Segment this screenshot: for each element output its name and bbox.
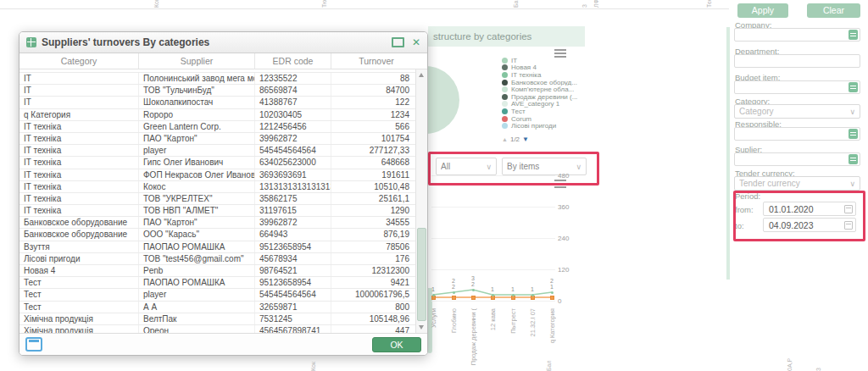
filters-highlight-box: [428, 152, 599, 186]
green-point-marker[interactable]: [472, 289, 475, 291]
tender-currency-select[interactable]: Tender currency ∨: [734, 176, 860, 191]
supplier-input[interactable]: [734, 152, 860, 166]
table-row[interactable]: ITШоколапкипостач41388767122: [19, 97, 415, 108]
table-row[interactable]: ITТОВ "ТульчинБуд"8656987484700: [19, 85, 415, 97]
budget-lookup-icon[interactable]: [849, 82, 858, 92]
legend-dot: [502, 64, 508, 70]
axis-label-fragment: Тес: [706, 0, 713, 8]
line-chart: 01202403604801Услуги22Глобино32Продаж де…: [428, 169, 579, 371]
table-cell: 102030405: [255, 109, 331, 120]
legend-pagination[interactable]: ▲ 1/2 ▼: [502, 136, 529, 143]
legend-item[interactable]: Новая 4: [502, 64, 597, 72]
table-cell: 1290: [331, 205, 415, 216]
table-cell: Green Lantern Corp.: [139, 121, 255, 132]
category-select[interactable]: Category ∨: [734, 104, 860, 119]
supplier-lookup-icon[interactable]: [849, 154, 858, 164]
close-icon[interactable]: ✕: [412, 37, 420, 47]
table-row[interactable]: ВзуттяПАОПАО РОМАШКА9512365895478506: [19, 241, 415, 253]
table-cell: 545454564564: [255, 289, 331, 300]
table-row[interactable]: Новая 4Penb9876452112312300: [19, 265, 415, 277]
legend-page-up-icon[interactable]: ▲: [502, 136, 508, 142]
table-cell: 84700: [331, 85, 415, 96]
legend-item[interactable]: IT техніка: [502, 71, 597, 79]
green-point-marker[interactable]: [531, 294, 534, 296]
responsible-input[interactable]: [734, 127, 860, 141]
table-cell: 648668: [331, 157, 415, 168]
point-value-label: 2: [467, 281, 479, 287]
table-row[interactable]: Банковское оборудованиеПАО "Картон"39962…: [19, 217, 415, 229]
table-cell: ПАОПАО РОМАШКА: [139, 241, 255, 252]
table-row[interactable]: Банковское оборудованиеООО "Карась"66494…: [19, 229, 415, 241]
axis-label-fragment: Кок: [310, 355, 317, 371]
orange-point-marker[interactable]: [452, 296, 456, 300]
table-cell: 876,19: [331, 229, 415, 240]
company-lookup-icon[interactable]: [849, 30, 858, 40]
point-value-label: 2: [448, 278, 459, 284]
responsible-lookup-icon[interactable]: [849, 129, 858, 139]
apply-button[interactable]: Apply: [737, 3, 788, 18]
orange-point-marker[interactable]: [471, 296, 476, 300]
table-body: ITПолонинський завод мега молочн12335522…: [19, 69, 415, 333]
table-cell: 88: [331, 73, 415, 84]
table-row[interactable]: Хімічна продукціяОреон4564567898741447: [19, 325, 415, 333]
export-excel-icon[interactable]: [25, 337, 42, 352]
green-point-marker[interactable]: [512, 294, 515, 296]
legend-item[interactable]: Лісові пригоди: [502, 122, 597, 130]
table-row[interactable]: ТестПАОПАО РОМАШКА951236589549421: [19, 277, 415, 289]
company-input[interactable]: [734, 28, 860, 42]
column-header-turnover[interactable]: Turnover: [331, 53, 427, 69]
dialog-titlebar[interactable]: Suppliers' turnovers By categories ✕: [19, 32, 427, 53]
legend-label: Corum: [511, 115, 531, 123]
table-scrollbar[interactable]: [415, 69, 427, 333]
table-cell: 35862175: [255, 193, 331, 204]
green-point-marker[interactable]: [551, 291, 554, 294]
green-point-marker[interactable]: [432, 294, 435, 296]
table-row[interactable]: IT технікаТОВ НВП "АЛМЕТ"311976151290: [19, 205, 415, 217]
table-row[interactable]: IT технікаГипс Олег Иванович634025623000…: [19, 157, 415, 169]
table-cell: IT: [19, 73, 139, 84]
legend-item[interactable]: IT: [502, 57, 597, 64]
legend-item[interactable]: Банковское оборуд...: [502, 79, 597, 86]
scroll-up-icon[interactable]: [419, 73, 424, 77]
column-header-supplier[interactable]: Supplier: [139, 53, 255, 69]
legend-item[interactable]: AVE_category 1: [502, 101, 597, 108]
table-row[interactable]: Хімічна продукціяВелтПак7531245105148,96: [19, 313, 415, 325]
orange-point-marker[interactable]: [550, 296, 554, 300]
legend-item[interactable]: Тест: [502, 108, 597, 115]
top-chart-axis-line: [0, 8, 729, 9]
scrollbar-thumb[interactable]: [417, 228, 426, 321]
table-cell: 176: [331, 253, 415, 264]
green-point-marker[interactable]: [492, 294, 494, 296]
table-cell: Тест: [19, 289, 139, 300]
table-row[interactable]: IT технікаGreen Lantern Corp.12124564565…: [19, 121, 415, 133]
table-cell: ФОП Некрасов Олег Иванович: [139, 169, 255, 180]
panel-edge-strip: [726, 27, 730, 280]
table-cell: Банковское оборудование: [19, 217, 139, 228]
green-point-marker[interactable]: [453, 291, 455, 294]
legend-item[interactable]: Corum: [502, 115, 597, 123]
table-row[interactable]: IT технікаТОВ "УКРЕЛТЕХ"3586217525161,1: [19, 193, 415, 205]
column-header-category[interactable]: Category: [19, 53, 139, 69]
clear-button[interactable]: Clear: [807, 3, 860, 18]
table-row[interactable]: IT технікаФОП Некрасов Олег Иванович3693…: [19, 169, 415, 181]
table-row[interactable]: q КатегорияRopopo1020304051234: [19, 109, 415, 121]
table-row[interactable]: IT технікаПАО "Картон"39962872101754: [19, 133, 415, 145]
legend-item[interactable]: Комп'ютерне обла...: [502, 86, 597, 93]
table-row[interactable]: IT технікаplayer545454564564277127,33: [19, 145, 415, 157]
legend-item[interactable]: Продаж деревини (...: [502, 93, 597, 101]
table-row[interactable]: Тестplayer5454545645641000061796,5: [19, 289, 415, 301]
legend-page-down-icon[interactable]: ▼: [522, 136, 529, 143]
donut-menu-icon[interactable]: [554, 49, 566, 58]
maximize-icon[interactable]: [392, 37, 404, 47]
ok-button[interactable]: OK: [372, 337, 421, 352]
department-input[interactable]: [734, 54, 860, 68]
table-row[interactable]: Лісові пригодиТОВ "test456@gmail.com"456…: [19, 253, 415, 265]
table-row[interactable]: ТестА А32659871800: [19, 302, 415, 313]
table-row[interactable]: IT технікаКокос1313131313131313131310510…: [19, 181, 415, 193]
legend-dot: [502, 116, 508, 122]
column-header-edr[interactable]: EDR code: [255, 53, 331, 69]
budget-item-input[interactable]: [734, 80, 860, 94]
table-row[interactable]: ITПолонинський завод мега молочн12335522…: [19, 73, 415, 85]
scroll-down-icon[interactable]: [419, 325, 424, 329]
table-cell: 39962872: [255, 133, 331, 144]
